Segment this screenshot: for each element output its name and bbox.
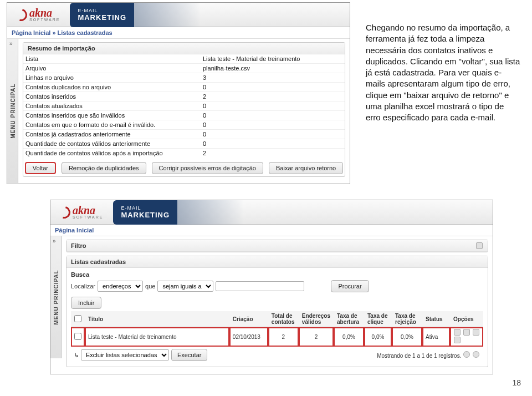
lists-table: Título Criação Total de contatos Endereç… <box>71 311 483 347</box>
summary-row: Arquivoplanilha-teste.csv <box>23 64 345 73</box>
content-row-2: » MENU PRINCIPAL Filtro Listas cadastrad… <box>50 236 493 374</box>
remocao-button[interactable]: Remoção de duplicidades <box>62 162 146 174</box>
window-lists: akna SOFTWARE E-MAIL MARKETING Página In… <box>50 200 493 374</box>
summary-value: 0 <box>201 101 345 110</box>
col-opcoes[interactable]: Opções <box>450 311 483 327</box>
field-select[interactable]: endereços <box>98 281 143 292</box>
breadcrumb-root-2[interactable]: Página Inicial <box>55 227 94 233</box>
voltar-button[interactable]: Voltar <box>25 162 56 174</box>
cell-total: 2 <box>268 327 299 347</box>
akna-logo: akna SOFTWARE <box>15 8 60 22</box>
incluir-button[interactable]: Incluir <box>71 297 101 309</box>
summary-label: Contatos inseridos <box>23 92 201 101</box>
opt-delete-icon[interactable] <box>454 337 461 343</box>
col-criacao[interactable]: Criação <box>229 311 268 327</box>
col-titulo[interactable]: Título <box>85 311 229 327</box>
summary-label: Contatos atualizados <box>23 101 201 110</box>
cell-criacao: 02/10/2013 <box>229 327 268 347</box>
checkbox-all[interactable] <box>74 315 81 322</box>
breadcrumb-sep: » <box>52 29 55 36</box>
breadcrumb-root[interactable]: Página Inicial <box>12 29 50 36</box>
main-pane-2: Filtro Listas cadastradas Busca Localiza… <box>62 236 493 374</box>
akna-swoosh-icon <box>56 204 73 220</box>
summary-value: 2 <box>201 92 345 101</box>
col-abertura[interactable]: Taxa de abertura <box>334 311 364 327</box>
next-page-icon[interactable] <box>473 351 479 358</box>
col-clique[interactable]: Taxa de clique <box>364 311 392 327</box>
bulk-action-select[interactable]: Excluir listas selecionadas <box>81 349 169 361</box>
col-total[interactable]: Total de contatos <box>268 311 299 327</box>
col-validos[interactable]: Endereços válidos <box>299 311 334 327</box>
app-header-2: akna SOFTWARE E-MAIL MARKETING <box>50 200 493 225</box>
action-bar: Voltar Remoção de duplicidades Corrigir … <box>23 158 345 176</box>
summary-label: Contatos duplicados no arquivo <box>23 83 201 92</box>
summary-row: Contatos em que o formato do e-mail é in… <box>23 120 345 130</box>
product-badge-2: E-MAIL MARKETING <box>113 200 177 225</box>
logo-subtext: SOFTWARE <box>29 18 60 22</box>
breadcrumb: Página Inicial » Listas cadastradas <box>7 27 350 39</box>
import-summary-panel: Resumo de importação ListaLista teste - … <box>23 42 345 177</box>
side-rail[interactable]: » MENU PRINCIPAL <box>7 39 18 183</box>
search-row: Localizar endereços que sejam iguais a P… <box>71 280 483 292</box>
logo-subtext: SOFTWARE <box>73 215 103 219</box>
cell-titulo: Lista teste - Material de treinamento <box>85 327 229 347</box>
side-rail-2[interactable]: » MENU PRINCIPAL <box>50 236 62 358</box>
col-rejeicao[interactable]: Taxa de rejeição <box>392 311 422 327</box>
executar-button[interactable]: Executar <box>171 349 207 361</box>
summary-row: Quantidade de contatos válidos anteriorm… <box>23 139 345 149</box>
content-row: » MENU PRINCIPAL Resumo de importação Li… <box>7 39 350 184</box>
expand-icon: » <box>53 238 56 244</box>
summary-label: Lista <box>23 54 201 63</box>
akna-swoosh-icon <box>13 6 29 23</box>
product-badge: E-MAIL MARKETING <box>70 3 134 27</box>
cell-rejeicao: 0,0% <box>392 327 422 347</box>
table-footer: ↳ Excluir listas selecionadas Executar M… <box>71 347 483 363</box>
opt-edit-icon[interactable] <box>454 329 461 336</box>
row-checkbox[interactable] <box>74 333 81 340</box>
localizar-label: Localizar <box>71 283 95 290</box>
window-import-summary: akna SOFTWARE E-MAIL MARKETING Página In… <box>7 2 350 184</box>
summary-row: Contatos inseridos que são inválidos0 <box>23 111 345 120</box>
table-row[interactable]: Lista teste - Material de treinamento 02… <box>71 327 483 347</box>
summary-row: Quantidade de contatos válidos após a im… <box>23 149 345 158</box>
summary-value: 0 <box>201 120 345 129</box>
cond-select[interactable]: sejam iguais a <box>157 281 213 292</box>
summary-value: planilha-teste.csv <box>201 64 345 73</box>
summary-label: Quantidade de contatos válidos anteriorm… <box>23 139 201 148</box>
baixar-button[interactable]: Baixar arquivo retorno <box>269 162 343 174</box>
col-status[interactable]: Status <box>422 311 450 327</box>
summary-label: Contatos em que o formato do e-mail é in… <box>23 120 201 129</box>
collapse-icon[interactable] <box>476 242 483 249</box>
cell-abertura: 0,0% <box>334 327 364 347</box>
opt-copy-icon[interactable] <box>463 329 470 336</box>
procurar-button[interactable]: Procurar <box>331 280 369 292</box>
summary-label: Contatos inseridos que são inválidos <box>23 111 201 120</box>
page-number: 18 <box>512 378 521 387</box>
cell-opcoes <box>450 327 483 347</box>
summary-label: Arquivo <box>23 64 201 73</box>
summary-value: 0 <box>201 130 345 139</box>
cell-validos: 2 <box>299 327 334 347</box>
summary-row: Contatos inseridos2 <box>23 92 345 101</box>
summary-value: 2 <box>201 149 345 158</box>
opt-import-icon[interactable] <box>473 329 479 336</box>
cell-clique: 0,0% <box>364 327 392 347</box>
summary-value: 0 <box>201 139 345 148</box>
summary-value: 0 <box>201 83 345 92</box>
instruction-text: Chegando no resumo da importação, a ferr… <box>366 22 521 123</box>
prev-page-icon[interactable] <box>463 351 470 358</box>
search-input[interactable] <box>216 281 304 291</box>
logo-text: akna <box>29 8 60 18</box>
summary-value: Lista teste - Material de treinamento <box>201 54 345 63</box>
filtro-title: Filtro <box>71 242 86 249</box>
summary-label: Quantidade de contatos válidos após a im… <box>23 149 201 158</box>
corrigir-button[interactable]: Corrigir possíveis erros de digitação <box>152 162 263 174</box>
summary-label: Linhas no arquivo <box>23 73 201 82</box>
panel-body: ListaLista teste - Material de treinamen… <box>23 54 345 176</box>
logo-text: akna <box>73 205 103 215</box>
main-pane: Resumo de importação ListaLista teste - … <box>18 39 350 184</box>
breadcrumb-2: Página Inicial <box>50 225 493 236</box>
breadcrumb-current[interactable]: Listas cadastradas <box>58 29 112 36</box>
summary-value: 0 <box>201 111 345 120</box>
que-label: que <box>145 283 155 290</box>
